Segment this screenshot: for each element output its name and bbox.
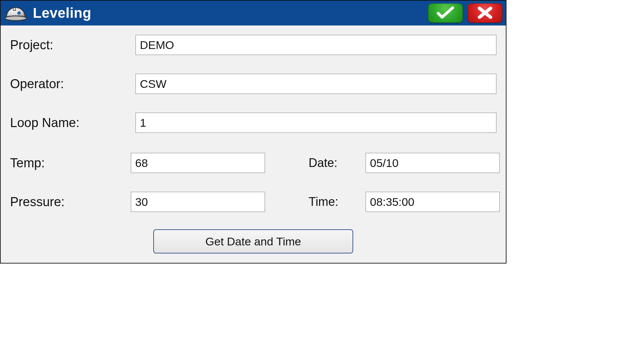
form-area: Project: Operator: Loop Name: Temp: Date… — [1, 25, 506, 263]
loop-name-label: Loop Name: — [10, 116, 131, 130]
time-label: Time: — [265, 195, 366, 209]
hardhat-icon — [4, 4, 28, 22]
pressure-label: Pressure: — [10, 195, 131, 209]
x-icon — [476, 6, 494, 20]
checkmark-icon — [436, 6, 455, 20]
date-label: Date: — [265, 156, 366, 170]
row-project: Project: — [10, 35, 496, 55]
row-pressure-time: Pressure: Time: — [10, 192, 496, 212]
svg-point-0 — [5, 16, 26, 20]
row-loop-name: Loop Name: — [10, 113, 496, 133]
temp-label: Temp: — [10, 156, 131, 170]
ok-button[interactable] — [428, 3, 463, 23]
page-title: Leveling — [33, 5, 91, 21]
leveling-dialog: Leveling Project: Operator: Loop — [0, 0, 506, 264]
loop-name-input[interactable] — [136, 113, 496, 133]
title-left: Leveling — [4, 4, 423, 22]
get-date-time-button[interactable]: Get Date and Time — [153, 229, 353, 253]
date-input[interactable] — [366, 153, 500, 173]
title-buttons — [428, 3, 502, 23]
row-temp-date: Temp: Date: — [10, 153, 496, 173]
project-input[interactable] — [136, 35, 496, 55]
row-operator: Operator: — [10, 74, 496, 94]
temp-input[interactable] — [131, 153, 265, 173]
time-input[interactable] — [366, 192, 500, 212]
operator-label: Operator: — [10, 77, 131, 91]
svg-point-1 — [18, 12, 20, 14]
operator-input[interactable] — [136, 74, 496, 94]
project-label: Project: — [10, 38, 131, 52]
row-get-date-time: Get Date and Time — [10, 229, 496, 253]
pressure-input[interactable] — [131, 192, 265, 212]
cancel-button[interactable] — [468, 3, 502, 23]
titlebar: Leveling — [1, 1, 506, 25]
